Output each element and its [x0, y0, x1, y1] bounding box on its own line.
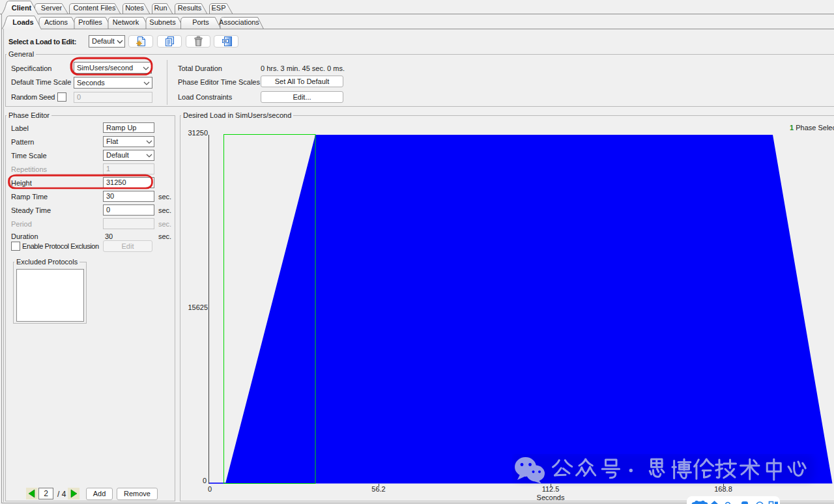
svg-text:Content Files: Content Files: [74, 4, 116, 12]
svg-text:Server: Server: [41, 4, 63, 12]
svg-text:Client: Client: [12, 4, 32, 12]
svg-text:ESP: ESP: [211, 4, 225, 12]
svg-text:Network: Network: [113, 18, 139, 26]
svg-text:Results: Results: [178, 4, 202, 12]
svg-text:Actions: Actions: [44, 18, 68, 26]
svg-text:Associations: Associations: [219, 18, 259, 26]
svg-text:Subnets: Subnets: [149, 18, 176, 26]
svg-text:Run: Run: [154, 4, 167, 12]
svg-text:Profiles: Profiles: [78, 18, 102, 26]
svg-text:Ports: Ports: [192, 18, 209, 26]
svg-text:Loads: Loads: [12, 18, 33, 26]
svg-text:Notes: Notes: [125, 4, 144, 12]
